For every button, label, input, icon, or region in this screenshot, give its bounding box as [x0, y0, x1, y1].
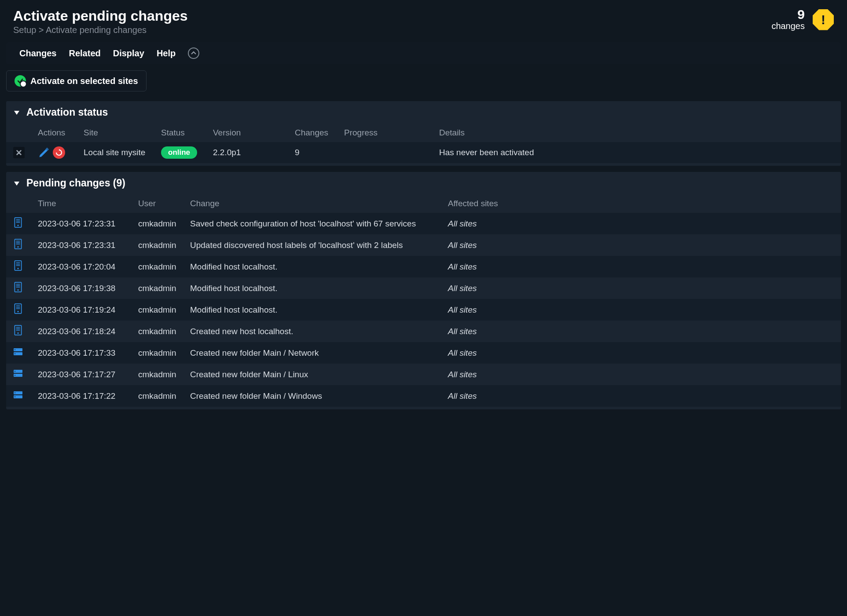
col-version: Version — [213, 128, 295, 138]
svg-point-33 — [15, 350, 15, 350]
svg-point-5 — [17, 225, 18, 226]
activate-check-icon — [15, 75, 26, 87]
pending-change-row: 2023-03-06 17:18:24cmkadminCreated new h… — [6, 321, 841, 342]
change-description-cell: Modified host localhost. — [190, 305, 448, 315]
change-user-cell: cmkadmin — [138, 370, 190, 379]
changes-cell: 9 — [295, 148, 344, 157]
change-user-cell: cmkadmin — [138, 284, 190, 293]
svg-point-38 — [15, 375, 15, 376]
menu-display[interactable]: Display — [113, 48, 144, 58]
svg-point-42 — [15, 397, 15, 397]
folder-icon — [13, 390, 23, 400]
col-affected: Affected sites — [448, 199, 834, 208]
activation-status-section: Activation status Actions Site Status Ve… — [6, 101, 841, 166]
deselect-site-button[interactable]: ✕ — [13, 147, 25, 158]
col-changes: Changes — [295, 128, 344, 138]
svg-point-37 — [15, 371, 15, 372]
triangle-down-icon — [13, 180, 20, 187]
pending-change-row: 2023-03-06 17:17:22cmkadminCreated new f… — [6, 385, 841, 407]
change-time-cell: 2023-03-06 17:19:38 — [38, 284, 138, 293]
svg-point-34 — [15, 354, 15, 354]
collapse-menubar-button[interactable] — [188, 47, 199, 59]
pending-change-row: 2023-03-06 17:17:33cmkadminCreated new f… — [6, 342, 841, 364]
host-icon — [13, 303, 23, 314]
affected-sites-cell: All sites — [448, 262, 834, 272]
change-description-cell: Modified host localhost. — [190, 284, 448, 293]
activation-status-header[interactable]: Activation status — [6, 101, 841, 124]
folder-icon — [13, 346, 23, 357]
change-user-cell: cmkadmin — [138, 305, 190, 315]
page-header: Activate pending changes Setup > Activat… — [0, 0, 847, 40]
change-time-cell: 2023-03-06 17:20:04 — [38, 262, 138, 272]
pending-changes-title: Pending changes (9) — [26, 177, 125, 189]
affected-sites-cell: All sites — [448, 327, 834, 336]
pending-change-row: 2023-03-06 17:19:38cmkadminModified host… — [6, 277, 841, 299]
col-status: Status — [161, 128, 213, 138]
change-description-cell: Created new folder Main / Linux — [190, 370, 448, 379]
folder-icon — [13, 368, 23, 379]
menu-changes[interactable]: Changes — [19, 48, 56, 58]
change-user-cell: cmkadmin — [138, 262, 190, 272]
host-icon — [13, 282, 23, 292]
page-title: Activate pending changes — [13, 8, 188, 24]
menubar: Changes Related Display Help — [6, 42, 841, 64]
activation-status-columns: Actions Site Status Version Changes Prog… — [6, 124, 841, 142]
affected-sites-cell: All sites — [448, 241, 834, 250]
svg-point-15 — [17, 268, 18, 269]
change-time-cell: 2023-03-06 17:18:24 — [38, 327, 138, 336]
activation-status-row: ✕ Local site mysite online 2.2.0p1 9 Has… — [6, 142, 841, 163]
change-user-cell: cmkadmin — [138, 348, 190, 358]
pending-change-row: 2023-03-06 17:17:27cmkadminCreated new f… — [6, 364, 841, 385]
change-user-cell: cmkadmin — [138, 241, 190, 250]
changes-count-number: 9 — [771, 8, 805, 21]
host-icon — [13, 239, 23, 249]
change-time-cell: 2023-03-06 17:23:31 — [38, 241, 138, 250]
pending-change-row: 2023-03-06 17:23:31cmkadminSaved check c… — [6, 213, 841, 234]
svg-point-25 — [17, 311, 18, 312]
edit-site-button[interactable] — [38, 146, 50, 159]
svg-point-41 — [15, 393, 15, 394]
version-cell: 2.2.0p1 — [213, 148, 295, 157]
menu-related[interactable]: Related — [69, 48, 100, 58]
menu-help[interactable]: Help — [157, 48, 176, 58]
changes-count[interactable]: 9 changes — [771, 8, 805, 31]
activate-on-selected-sites-button[interactable]: Activate on selected sites — [6, 70, 147, 91]
col-progress: Progress — [344, 128, 439, 138]
change-time-cell: 2023-03-06 17:23:31 — [38, 219, 138, 229]
host-icon — [13, 325, 23, 335]
breadcrumb[interactable]: Setup > Activate pending changes — [13, 25, 188, 35]
change-description-cell: Modified host localhost. — [190, 262, 448, 272]
change-user-cell: cmkadmin — [138, 327, 190, 336]
change-user-cell: cmkadmin — [138, 391, 190, 401]
change-description-cell: Created new folder Main / Network — [190, 348, 448, 358]
warning-icon[interactable]: ! — [813, 9, 834, 30]
site-name-cell: Local site mysite — [84, 148, 161, 157]
change-description-cell: Created new folder Main / Windows — [190, 391, 448, 401]
changes-count-label: changes — [771, 21, 805, 31]
svg-point-30 — [17, 332, 18, 334]
pending-columns: Time User Change Affected sites — [6, 194, 841, 213]
change-user-cell: cmkadmin — [138, 219, 190, 229]
pending-changes-header[interactable]: Pending changes (9) — [6, 172, 841, 194]
activate-button-label: Activate on selected sites — [30, 76, 138, 86]
change-description-cell: Saved check configuration of host 'local… — [190, 219, 448, 229]
change-time-cell: 2023-03-06 17:17:27 — [38, 370, 138, 379]
triangle-down-icon — [13, 109, 20, 116]
col-user: User — [138, 199, 190, 208]
change-description-cell: Updated discovered host labels of 'local… — [190, 241, 448, 250]
svg-point-10 — [17, 246, 18, 248]
change-description-cell: Created new host localhost. — [190, 327, 448, 336]
col-time: Time — [38, 199, 138, 208]
chevron-up-icon — [191, 51, 196, 56]
affected-sites-cell: All sites — [448, 391, 834, 401]
affected-sites-cell: All sites — [448, 348, 834, 358]
activation-status-title: Activation status — [26, 106, 108, 118]
restart-site-button[interactable] — [53, 146, 65, 159]
details-cell: Has never been activated — [439, 148, 834, 157]
col-site: Site — [84, 128, 161, 138]
pending-change-row: 2023-03-06 17:20:04cmkadminModified host… — [6, 256, 841, 277]
pending-change-row: 2023-03-06 17:19:24cmkadminModified host… — [6, 299, 841, 321]
pending-changes-section: Pending changes (9) Time User Change Aff… — [6, 172, 841, 409]
col-details: Details — [439, 128, 834, 138]
col-actions: Actions — [38, 128, 84, 138]
